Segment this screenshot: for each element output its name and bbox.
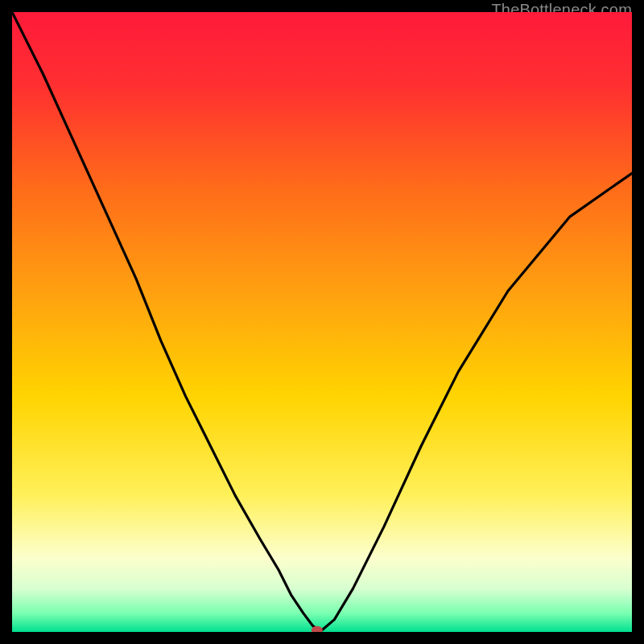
gradient-background: [12, 12, 632, 632]
bottleneck-chart: [12, 12, 632, 632]
chart-frame: TheBottleneck.com: [12, 12, 632, 632]
